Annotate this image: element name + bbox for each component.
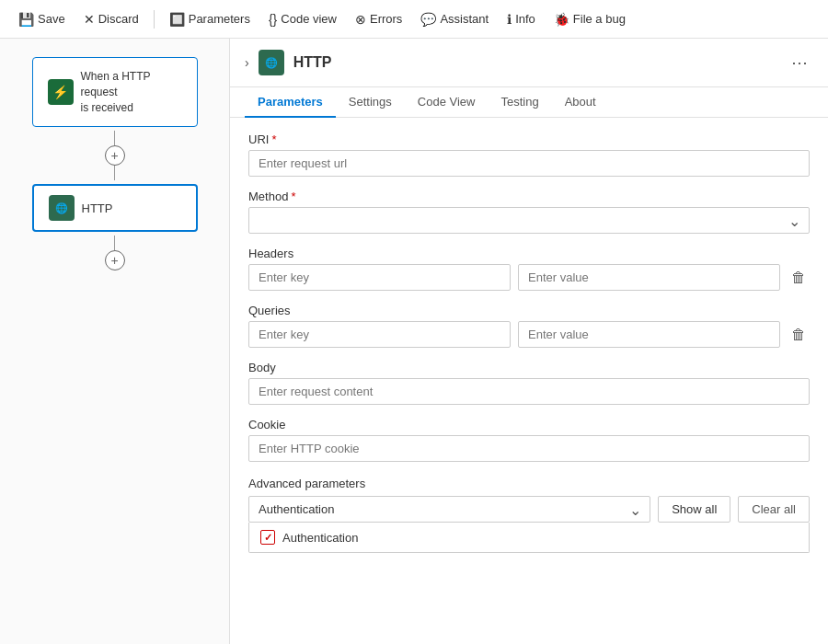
connector-2: + <box>105 236 125 270</box>
method-label: Method * <box>248 190 810 203</box>
body-input[interactable] <box>248 378 810 405</box>
queries-kv-row: 🗑 <box>248 321 810 348</box>
adv-params-row: Authentication Show all Clear all <box>248 496 810 523</box>
line-v-3 <box>114 236 115 250</box>
method-select[interactable]: GET POST PUT DELETE PATCH <box>248 207 810 234</box>
parameters-icon: 🔲 <box>169 12 185 27</box>
code-view-button[interactable]: {} Code view <box>261 8 344 30</box>
canvas-panel: ⚡ When a HTTP requestis received + 🌐 HTT… <box>0 39 230 644</box>
add-step-button-2[interactable]: + <box>105 250 125 270</box>
show-all-button[interactable]: Show all <box>658 496 730 523</box>
tab-testing[interactable]: Testing <box>488 87 551 118</box>
bug-icon: 🐞 <box>554 12 569 27</box>
authentication-checkbox[interactable] <box>260 530 275 545</box>
panel-header: › 🌐 HTTP ⋯ <box>230 39 828 87</box>
body-field-group: Body <box>248 361 810 405</box>
queries-key-input[interactable] <box>248 321 511 348</box>
right-panel: › 🌐 HTTP ⋯ Parameters Settings Code View… <box>230 39 828 644</box>
uri-label: URI * <box>248 132 810 146</box>
adv-select-wrapper: Authentication <box>248 496 650 523</box>
cookie-field-group: Cookie <box>248 418 810 462</box>
more-options-button[interactable]: ⋯ <box>786 51 813 75</box>
form-content: URI * Method * GET POST PUT DEL <box>230 118 828 644</box>
clear-all-button[interactable]: Clear all <box>738 496 810 523</box>
add-step-button-1[interactable]: + <box>105 145 125 166</box>
save-icon: 💾 <box>18 12 34 27</box>
queries-label: Queries <box>248 304 810 317</box>
parameters-button[interactable]: 🔲 Parameters <box>162 8 258 30</box>
method-select-wrapper: GET POST PUT DELETE PATCH <box>248 207 810 234</box>
tabs-bar: Parameters Settings Code View Testing Ab… <box>230 87 828 118</box>
cookie-input[interactable] <box>248 435 810 462</box>
panel-title-icon: 🌐 <box>259 50 284 75</box>
cookie-label: Cookie <box>248 418 810 431</box>
http-label: HTTP <box>82 201 113 215</box>
method-field-group: Method * GET POST PUT DELETE PATCH <box>248 190 810 234</box>
info-button[interactable]: ℹ Info <box>500 8 543 30</box>
line-v-2 <box>114 166 115 180</box>
assistant-button[interactable]: 💬 Assistant <box>413 8 496 30</box>
trigger-icon: ⚡ <box>48 79 74 105</box>
queries-delete-button[interactable]: 🗑 <box>788 323 810 347</box>
save-button[interactable]: 💾 Save <box>11 8 73 30</box>
headers-field-group: Headers 🗑 <box>248 247 810 291</box>
adv-params-dropdown: Authentication <box>248 523 810 553</box>
line-v-1 <box>114 131 115 145</box>
uri-input[interactable] <box>248 150 810 177</box>
errors-button[interactable]: ⊗ Errors <box>348 8 409 30</box>
tab-parameters[interactable]: Parameters <box>245 87 336 118</box>
tab-about[interactable]: About <box>552 87 609 118</box>
queries-field-group: Queries 🗑 <box>248 304 810 348</box>
http-box[interactable]: 🌐 HTTP <box>32 184 198 232</box>
headers-key-input[interactable] <box>248 264 511 291</box>
connector-1: + <box>105 131 125 180</box>
separator <box>154 10 155 29</box>
expand-button[interactable]: › <box>245 55 249 70</box>
uri-field-group: URI * <box>248 132 810 177</box>
uri-required: * <box>271 132 276 146</box>
advanced-params-section: Advanced parameters Authentication Show … <box>248 477 810 553</box>
file-bug-button[interactable]: 🐞 File a bug <box>546 8 633 30</box>
trigger-box[interactable]: ⚡ When a HTTP requestis received <box>32 57 198 127</box>
info-icon: ℹ <box>507 12 512 27</box>
headers-value-input[interactable] <box>518 264 780 291</box>
headers-kv-row: 🗑 <box>248 264 810 291</box>
assistant-icon: 💬 <box>420 12 436 27</box>
main-layout: ⚡ When a HTTP requestis received + 🌐 HTT… <box>0 39 828 644</box>
body-label: Body <box>248 361 810 374</box>
headers-delete-button[interactable]: 🗑 <box>788 266 810 290</box>
tab-code-view[interactable]: Code View <box>405 87 489 118</box>
method-required: * <box>291 190 295 203</box>
discard-button[interactable]: ✕ Discard <box>76 8 146 30</box>
panel-title: HTTP <box>293 54 776 71</box>
authentication-dropdown-item[interactable]: Authentication <box>249 523 809 552</box>
adv-params-label: Advanced parameters <box>248 477 810 490</box>
authentication-item-label: Authentication <box>282 531 358 545</box>
tab-settings[interactable]: Settings <box>336 87 405 118</box>
adv-params-select[interactable]: Authentication <box>248 496 650 523</box>
discard-icon: ✕ <box>84 12 95 27</box>
code-icon: {} <box>269 12 277 27</box>
headers-label: Headers <box>248 247 810 260</box>
toolbar: 💾 Save ✕ Discard 🔲 Parameters {} Code vi… <box>0 0 828 39</box>
queries-value-input[interactable] <box>518 321 780 348</box>
http-icon: 🌐 <box>49 195 75 221</box>
trigger-label: When a HTTP requestis received <box>81 69 182 115</box>
errors-icon: ⊗ <box>355 12 366 27</box>
